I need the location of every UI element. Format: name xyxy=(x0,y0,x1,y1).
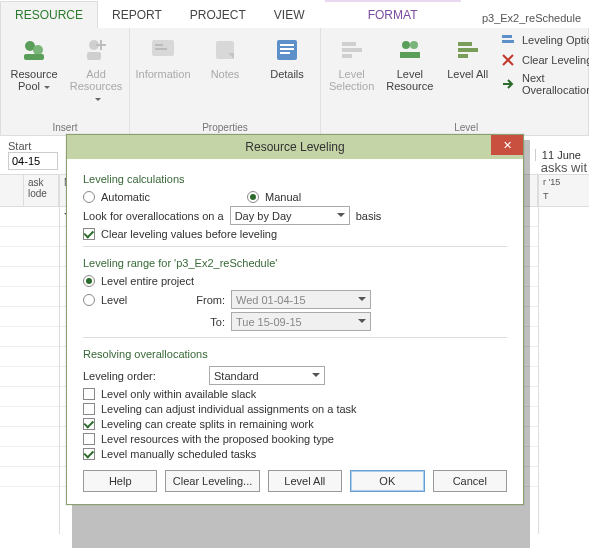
level-resource-button[interactable]: Level Resource xyxy=(384,32,435,94)
look-label: Look for overallocations on a xyxy=(83,210,224,222)
timescale-bottom: T xyxy=(539,189,589,203)
level-resource-icon xyxy=(394,34,426,66)
dialog-title-bar[interactable]: Resource Leveling ✕ xyxy=(67,135,523,159)
ribbon-group-properties: Information Notes Details Properties xyxy=(130,28,321,135)
radio-entire-project[interactable] xyxy=(83,275,95,287)
ribbon-group-level: Level Selection Level Resource Level All… xyxy=(321,28,589,135)
check-slack[interactable] xyxy=(83,388,95,400)
from-date-value: Wed 01-04-15 xyxy=(236,294,306,306)
check-splits[interactable] xyxy=(83,418,95,430)
svg-rect-4 xyxy=(87,52,101,60)
next-overallocation-button[interactable]: Next Overallocation xyxy=(500,72,589,96)
radio-entire-project-label: Level entire project xyxy=(101,275,194,287)
add-resources-label: Add Resources xyxy=(70,68,123,104)
dialog-button-row: Help Clear Leveling... Level All OK Canc… xyxy=(83,470,507,492)
project-name: p3_Ex2_reSchedule xyxy=(474,8,589,28)
group-title-properties: Properties xyxy=(136,122,314,133)
information-icon xyxy=(147,34,179,66)
leveling-order-select[interactable]: Standard xyxy=(209,366,325,385)
clear-leveling-label: Clear Leveling xyxy=(522,54,589,66)
tab-report[interactable]: REPORT xyxy=(98,2,176,28)
clear-leveling-button[interactable]: Clear Leveling xyxy=(500,52,589,68)
svg-rect-23 xyxy=(458,54,468,58)
basis-suffix: basis xyxy=(356,210,382,222)
details-label: Details xyxy=(270,68,304,80)
right-clipped-text: asks wit xyxy=(541,160,587,175)
radio-automatic[interactable] xyxy=(83,191,95,203)
details-button[interactable]: Details xyxy=(260,32,314,82)
radio-level-range-label: Level xyxy=(101,294,171,306)
check-adjust-label: Leveling can adjust individual assignmen… xyxy=(101,403,357,415)
help-button[interactable]: Help xyxy=(83,470,157,492)
cancel-button[interactable]: Cancel xyxy=(433,470,507,492)
svg-rect-22 xyxy=(458,48,478,52)
next-overallocation-label: Next Overallocation xyxy=(522,72,589,96)
check-manual[interactable] xyxy=(83,448,95,460)
section-range: Leveling range for 'p3_Ex2_reSchedule' xyxy=(83,253,507,269)
resource-pool-button[interactable]: Resource Pool xyxy=(7,32,61,94)
level-all-dialog-button[interactable]: Level All xyxy=(268,470,342,492)
check-adjust[interactable] xyxy=(83,403,95,415)
to-label: To: xyxy=(177,316,225,328)
details-icon xyxy=(271,34,303,66)
start-date-input[interactable] xyxy=(8,152,58,170)
level-all-icon xyxy=(452,34,484,66)
radio-level-range[interactable] xyxy=(83,294,95,306)
svg-rect-8 xyxy=(155,44,163,46)
notes-button[interactable]: Notes xyxy=(198,32,252,82)
next-overallocation-icon xyxy=(500,76,516,92)
notes-icon xyxy=(209,34,241,66)
tab-view[interactable]: VIEW xyxy=(260,2,319,28)
clear-leveling-dialog-button[interactable]: Clear Leveling... xyxy=(165,470,259,492)
grid-left-pane: ask lode xyxy=(0,175,60,534)
svg-rect-16 xyxy=(342,48,362,52)
section-calculations: Leveling calculations xyxy=(83,169,507,185)
ribbon-body: Resource Pool Add Resources Insert Infor… xyxy=(0,28,589,136)
col-indicator xyxy=(0,175,24,206)
level-selection-icon xyxy=(336,34,368,66)
col-task-mode[interactable]: ask lode xyxy=(24,175,59,206)
add-resources-button[interactable]: Add Resources xyxy=(69,32,123,106)
leveling-options-button[interactable]: Leveling Options xyxy=(500,32,589,48)
ribbon-tab-strip: RESOURCE REPORT PROJECT VIEW GANTT CHART… xyxy=(0,0,589,28)
svg-rect-6 xyxy=(96,44,106,46)
check-clear-values[interactable] xyxy=(83,228,95,240)
svg-rect-12 xyxy=(280,44,294,46)
close-button[interactable]: ✕ xyxy=(491,135,523,155)
svg-point-18 xyxy=(402,41,410,49)
ribbon-group-insert: Resource Pool Add Resources Insert xyxy=(1,28,130,135)
level-all-button[interactable]: Level All xyxy=(443,32,492,82)
svg-rect-14 xyxy=(280,52,290,54)
section-resolving: Resolving overallocations xyxy=(83,344,507,360)
to-date-select[interactable]: Tue 15-09-15 xyxy=(231,312,371,331)
resource-leveling-dialog: Resource Leveling ✕ Leveling calculation… xyxy=(66,134,524,505)
resource-pool-icon xyxy=(18,34,50,66)
chevron-down-icon xyxy=(358,297,366,305)
leveling-options-icon xyxy=(500,32,516,48)
check-slack-label: Level only within available slack xyxy=(101,388,256,400)
check-manual-label: Level manually scheduled tasks xyxy=(101,448,256,460)
tab-project[interactable]: PROJECT xyxy=(176,2,260,28)
tab-resource[interactable]: RESOURCE xyxy=(0,1,98,28)
leveling-order-value: Standard xyxy=(214,370,259,382)
information-label: Information xyxy=(135,68,190,80)
grid-right-pane: r '15 T xyxy=(539,175,589,534)
timescale-top: r '15 xyxy=(539,175,589,189)
information-button[interactable]: Information xyxy=(136,32,190,82)
svg-point-19 xyxy=(410,41,418,49)
overallocation-basis-select[interactable]: Day by Day xyxy=(230,206,350,225)
check-splits-label: Leveling can create splits in remaining … xyxy=(101,418,314,430)
tab-format[interactable]: FORMAT xyxy=(354,2,432,28)
ok-button[interactable]: OK xyxy=(350,470,424,492)
radio-manual-label: Manual xyxy=(265,191,301,203)
from-date-select[interactable]: Wed 01-04-15 xyxy=(231,290,371,309)
svg-rect-17 xyxy=(342,54,352,58)
notes-label: Notes xyxy=(211,68,240,80)
radio-manual[interactable] xyxy=(247,191,259,203)
svg-rect-20 xyxy=(400,52,420,58)
level-selection-button[interactable]: Level Selection xyxy=(327,32,376,94)
check-booking[interactable] xyxy=(83,433,95,445)
radio-automatic-label: Automatic xyxy=(101,191,241,203)
leveling-order-label: Leveling order: xyxy=(83,370,203,382)
check-booking-label: Level resources with the proposed bookin… xyxy=(101,433,334,445)
